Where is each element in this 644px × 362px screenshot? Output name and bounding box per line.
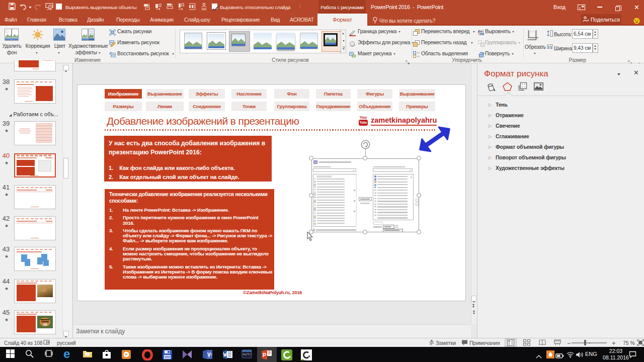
svg-text:P: P xyxy=(263,352,266,358)
svg-text:PuTTY: PuTTY xyxy=(243,353,251,356)
svg-text:?: ? xyxy=(210,353,212,356)
